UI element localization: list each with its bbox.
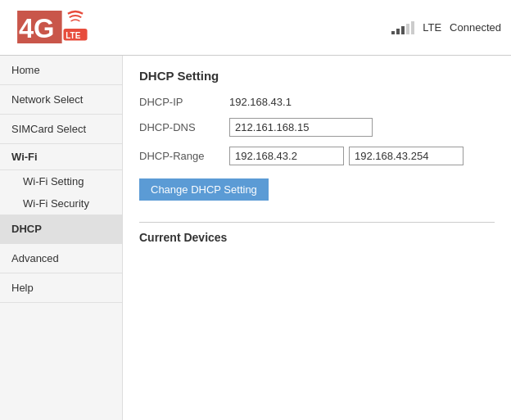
header: 4G LTE LTE Connected bbox=[0, 0, 511, 56]
dhcp-range-row: DHCP-Range bbox=[139, 147, 495, 165]
svg-text:4G: 4G bbox=[19, 12, 55, 43]
dhcp-dns-input[interactable] bbox=[229, 118, 373, 137]
signal-icon bbox=[391, 21, 414, 34]
current-devices-title: Current Devices bbox=[139, 231, 495, 244]
dhcp-range-label: DHCP-Range bbox=[139, 150, 229, 162]
sidebar-item-wifi-setting[interactable]: Wi-Fi Setting bbox=[0, 170, 122, 192]
logo-area: 4G LTE bbox=[10, 7, 92, 48]
dhcp-dns-row: DHCP-DNS bbox=[139, 118, 495, 137]
dhcp-dns-label: DHCP-DNS bbox=[139, 121, 229, 133]
logo-image: 4G LTE bbox=[10, 7, 92, 48]
sidebar-item-dhcp[interactable]: DHCP bbox=[0, 215, 122, 244]
sidebar-item-wifi-security[interactable]: Wi-Fi Security bbox=[0, 192, 122, 215]
change-dhcp-button[interactable]: Change DHCP Setting bbox=[139, 178, 269, 201]
main-content: DHCP Setting DHCP-IP 192.168.43.1 DHCP-D… bbox=[123, 56, 511, 420]
connection-status: Connected bbox=[450, 21, 501, 34]
sidebar-item-home[interactable]: Home bbox=[0, 56, 122, 85]
svg-text:LTE: LTE bbox=[66, 30, 80, 39]
status-area: LTE Connected bbox=[391, 21, 501, 34]
sidebar-item-advanced[interactable]: Advanced bbox=[0, 244, 122, 273]
sidebar: Home Network Select SIMCard Select Wi-Fi… bbox=[0, 56, 123, 420]
layout: Home Network Select SIMCard Select Wi-Fi… bbox=[0, 56, 511, 420]
lte-label: LTE bbox=[423, 21, 441, 34]
dhcp-range-end-input[interactable] bbox=[349, 147, 464, 165]
dhcp-ip-row: DHCP-IP 192.168.43.1 bbox=[139, 96, 495, 108]
dhcp-ip-value: 192.168.43.1 bbox=[229, 96, 292, 108]
dhcp-range-inputs bbox=[229, 147, 464, 165]
sidebar-item-network-select[interactable]: Network Select bbox=[0, 85, 122, 115]
sidebar-item-help[interactable]: Help bbox=[0, 273, 122, 303]
dhcp-ip-label: DHCP-IP bbox=[139, 96, 229, 108]
sidebar-item-simcard-select[interactable]: SIMCard Select bbox=[0, 115, 122, 144]
dhcp-range-start-input[interactable] bbox=[229, 147, 344, 165]
page-title: DHCP Setting bbox=[139, 69, 495, 83]
divider bbox=[139, 222, 495, 223]
sidebar-item-wifi[interactable]: Wi-Fi bbox=[0, 144, 122, 170]
